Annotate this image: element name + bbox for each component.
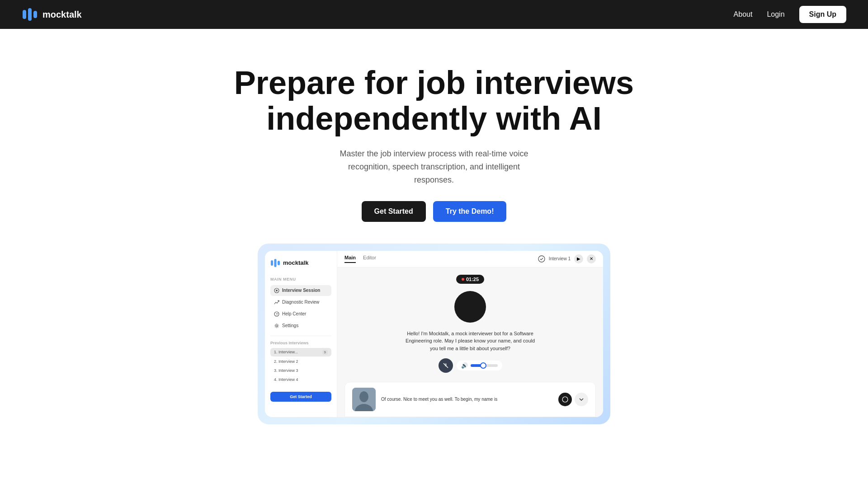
logo-icon (22, 6, 38, 23)
gear-icon (274, 323, 279, 328)
app-preview-wrapper: mocktalk Main Menu Interview Session D (0, 244, 868, 424)
sidebar-prev-item-2[interactable]: 2. Interview 2 (270, 357, 331, 366)
logo-text: mocktalk (42, 9, 82, 20)
mic-slash-icon (443, 362, 449, 369)
svg-rect-2 (33, 11, 37, 18)
check-icon (538, 255, 545, 263)
sidebar-prev-item-1[interactable]: 1. Interview... 9 (270, 348, 331, 357)
app-topbar-right: Interview 1 ▶ ✕ (538, 254, 596, 263)
app-main-content: Main Editor Interview 1 ▶ ✕ (337, 251, 603, 417)
sidebar-item-label: Help Center (282, 311, 306, 316)
action-icon-2 (578, 396, 585, 403)
logo[interactable]: mocktalk (22, 6, 82, 23)
svg-rect-3 (271, 260, 273, 266)
sidebar-item-label: Diagnostic Review (282, 300, 319, 305)
bottom-action-btn-2[interactable] (575, 393, 588, 406)
app-preview-outer: mocktalk Main Menu Interview Session D (258, 244, 610, 424)
svg-point-11 (538, 256, 545, 262)
about-link[interactable]: About (734, 10, 753, 19)
interview-area: 01:25 Hello! I'm Mocktalk, a mock interv… (337, 267, 603, 382)
controls-row: 🔊 (439, 358, 502, 373)
get-started-button[interactable]: Get Started (362, 201, 426, 222)
timer-badge: 01:25 (456, 275, 484, 284)
hero-section: Prepare for job interviews independently… (0, 29, 868, 222)
bottom-action-btn-1[interactable] (558, 393, 572, 406)
bottom-card: Of course. Nice to meet you as well. To … (344, 382, 596, 417)
play-button[interactable]: ▶ (574, 254, 583, 263)
login-link[interactable]: Login (767, 10, 784, 19)
chart-icon (274, 300, 279, 305)
navbar-links: About Login Sign Up (734, 6, 846, 23)
ai-avatar (454, 291, 486, 323)
action-icon-1 (562, 396, 568, 403)
interview-label: Interview 1 (549, 256, 571, 261)
svg-rect-0 (23, 10, 26, 19)
signup-button[interactable]: Sign Up (799, 6, 846, 23)
sidebar-prev-item-4[interactable]: 4. Interview 4 (270, 375, 331, 384)
hero-title: Prepare for job interviews independently… (234, 65, 634, 136)
app-sidebar: mocktalk Main Menu Interview Session D (265, 251, 337, 417)
try-demo-button[interactable]: Try the Demo! (433, 201, 507, 222)
svg-rect-5 (278, 261, 280, 265)
sidebar-item-label: Settings (282, 323, 298, 328)
sidebar-item-diagnostic-review[interactable]: Diagnostic Review (270, 297, 331, 308)
tab-editor[interactable]: Editor (363, 255, 376, 263)
prev-item-badge: 9 (322, 350, 328, 355)
user-avatar (352, 388, 376, 411)
app-topbar: Main Editor Interview 1 ▶ ✕ (337, 251, 603, 267)
sidebar-item-settings[interactable]: Settings (270, 320, 331, 331)
volume-icon: 🔊 (461, 362, 468, 369)
prev-item-label: 4. Interview 4 (274, 377, 298, 382)
svg-text:?: ? (276, 313, 278, 316)
close-button[interactable]: ✕ (587, 254, 596, 263)
timer-text: 01:25 (466, 277, 479, 282)
bottom-icons (558, 393, 588, 406)
sidebar-section-label: Main Menu (270, 277, 331, 282)
user-response-text: Of course. Nice to meet you as well. To … (381, 396, 553, 403)
hero-subtitle: Master the job interview process with re… (339, 147, 529, 186)
sidebar-divider (270, 336, 331, 336)
circle-icon (274, 288, 279, 293)
svg-rect-1 (28, 8, 32, 21)
tab-main[interactable]: Main (344, 255, 356, 263)
sidebar-logo: mocktalk (270, 258, 331, 268)
svg-point-7 (276, 290, 278, 291)
svg-rect-4 (274, 259, 277, 267)
volume-track (471, 364, 498, 367)
navbar: mocktalk About Login Sign Up (0, 0, 868, 29)
sidebar-previous-label: Previous Interviews (270, 341, 331, 345)
sidebar-prev-item-3[interactable]: 3. Interview 3 (270, 366, 331, 375)
volume-control[interactable]: 🔊 (457, 361, 502, 371)
sidebar-get-started-button[interactable]: Get Started (270, 392, 331, 402)
svg-point-16 (562, 397, 568, 402)
sidebar-logo-text: mocktalk (283, 259, 308, 266)
sidebar-item-label: Interview Session (282, 288, 320, 293)
sidebar-item-interview-session[interactable]: Interview Session (270, 285, 331, 296)
app-tabs: Main Editor (344, 255, 376, 263)
interviewer-message: Hello! I'm Mocktalk, a mock interviewer … (402, 330, 538, 352)
hero-buttons: Get Started Try the Demo! (362, 201, 507, 222)
sidebar-logo-icon (270, 258, 280, 268)
svg-point-10 (276, 325, 278, 327)
prev-item-label: 2. Interview 2 (274, 359, 298, 364)
app-preview-inner: mocktalk Main Menu Interview Session D (265, 251, 603, 417)
prev-item-number: 1. Interview... (274, 350, 298, 354)
mute-button[interactable] (439, 358, 453, 373)
svg-point-14 (359, 391, 368, 402)
volume-thumb (480, 362, 486, 369)
user-photo (352, 388, 376, 411)
help-icon: ? (274, 311, 279, 317)
timer-dot (462, 278, 464, 281)
sidebar-item-help-center[interactable]: ? Help Center (270, 309, 331, 319)
prev-item-label: 3. Interview 3 (274, 368, 298, 373)
volume-fill (471, 364, 481, 367)
